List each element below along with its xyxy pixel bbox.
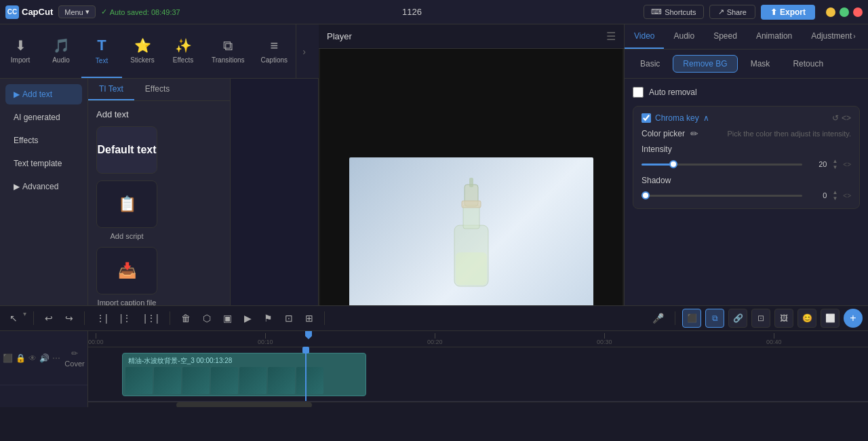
option-default-text[interactable]: Default text [96,126,157,174]
tab-import[interactable]: ⬇ Import [0,24,41,78]
snap-button[interactable]: ⊡ [281,310,297,326]
arrow-icon: ▶ [14,90,20,99]
thumb-4 [211,367,238,394]
timeline-scrollbar[interactable] [88,402,868,407]
timeline-icon-7[interactable]: ⬜ [821,309,840,328]
import-icon: 📥 [118,262,136,280]
tab-captions-label: Captions [261,56,288,64]
tab-effects[interactable]: ✨ Effects [163,24,203,78]
right-tab-speed[interactable]: Speed [704,24,747,49]
timeline-icon-4[interactable]: ⊡ [751,309,770,328]
play-clip-button[interactable]: ▶ [240,310,256,326]
intensity-thumb[interactable] [669,160,677,168]
copy-icon[interactable]: <> [842,113,851,123]
share-button[interactable]: ↗ Share [709,5,755,19]
ruler-mark-40: 00:40 [766,333,782,345]
auto-removal-checkbox[interactable] [633,87,644,98]
undo-button[interactable]: ↩ [41,310,57,326]
shadow-thumb[interactable] [642,191,650,199]
split-button-2[interactable]: |⋮ [116,310,136,326]
tab-text[interactable]: T Text [81,24,122,78]
timeline-icon-3[interactable]: 🔗 [728,309,747,328]
svg-rect-4 [462,201,481,208]
scrollbar-thumb[interactable] [176,402,312,407]
track-eye-icon[interactable]: 👁 [28,353,37,363]
add-script-box[interactable]: 📋 [96,180,157,228]
option-import-caption[interactable]: 📥 Import caption file [96,247,157,307]
select-tool-button[interactable]: ↖ [5,310,22,326]
tab-captions[interactable]: ≡ Captions [253,24,296,78]
main-track-row: 精油-水波纹背景-空_3 00:00:13:28 [88,347,868,402]
import-caption-box[interactable]: 📥 [96,247,157,294]
close-button[interactable] [853,7,863,17]
content-tab-effects[interactable]: Effects [134,79,180,100]
chroma-key-checkbox[interactable] [642,113,651,123]
advanced-arrow-icon: ▶ [14,182,20,191]
timeline-icon-5[interactable]: 🖼 [774,309,793,328]
intensity-track[interactable] [642,164,802,166]
tab-import-label: Import [11,56,30,64]
export-button[interactable]: ⬆ Export [761,5,815,20]
subtab-remove-bg[interactable]: Remove BG [673,55,737,73]
flag-button[interactable]: ⚑ [260,310,277,326]
content-tab-ti-text[interactable]: TI Text [88,79,134,100]
shortcuts-button[interactable]: ⌨ Shortcuts [644,5,703,19]
nav-advanced[interactable]: ▶ Advanced [5,176,82,197]
right-panel-tabs: Video Audio Speed Animation Adjustment› [625,24,868,50]
right-tab-adjustment[interactable]: Adjustment› [802,24,865,49]
split-button-3[interactable]: |⋮| [140,310,162,326]
player-menu-icon[interactable]: ☰ [606,30,616,43]
video-clip[interactable]: 精油-水波纹背景-空_3 00:00:13:28 [122,353,366,396]
crop-button[interactable]: ⊞ [301,310,317,326]
captions-icon: ≡ [270,38,278,54]
tab-expand-button[interactable]: › [296,24,312,78]
select-dropdown-icon[interactable]: ▾ [23,310,26,326]
tab-transitions[interactable]: ⧉ Transitions [203,24,253,78]
intensity-arrows[interactable]: ▲ ▼ [832,158,837,170]
playhead-head [302,347,309,353]
auto-removal-row: Auto removal [633,87,860,98]
subtab-mask[interactable]: Mask [741,55,781,73]
ruler-mark-0: 00:00 [88,333,104,345]
edit-icon[interactable]: ✏ [71,349,78,358]
default-text-box[interactable]: Default text [96,126,157,174]
right-tab-animation[interactable]: Animation [747,24,802,49]
shadow-track[interactable] [642,195,802,197]
menu-button[interactable]: Menu ▾ [58,5,96,18]
nav-text-template[interactable]: Text template [5,153,82,174]
shield-button[interactable]: ⬡ [199,310,215,326]
timeline-add-button[interactable]: + [844,309,863,328]
timeline-icon-2[interactable]: ⧉ [705,309,724,328]
split-button-1[interactable]: ⋮| [92,310,112,326]
track-audio-icon[interactable]: 🔊 [39,353,50,363]
reset-icon[interactable]: ↺ [832,113,839,123]
right-tab-video[interactable]: Video [625,24,664,49]
subtab-retouch[interactable]: Retouch [783,55,833,73]
shadow-value: 0 [808,191,827,199]
subtab-basic[interactable]: Basic [630,55,670,73]
timeline-tracks: 00:00 00:10 00:20 00:30 00:40 [88,331,868,407]
tab-audio[interactable]: 🎵 Audio [41,24,81,78]
track-visibility-icon[interactable]: 🔒 [16,353,26,363]
tab-stickers[interactable]: ⭐ Stickers [122,24,163,78]
cover-edit-group: ✏ Cover [64,349,84,368]
adjustment-expand-icon: › [853,33,855,40]
track-lock-icon[interactable]: ⬛ [3,353,13,363]
text-options-grid: Default text 📋 Add script [96,126,222,307]
redo-button[interactable]: ↪ [61,310,77,326]
shadow-arrows[interactable]: ▲ ▼ [832,189,837,202]
track-more-icon[interactable]: ⋯ [52,353,60,363]
maximize-button[interactable] [840,7,849,17]
timeline-icon-1[interactable]: ⬛ [682,309,701,328]
nav-effects[interactable]: Effects [5,130,82,151]
mic-button[interactable]: 🎤 [648,310,668,326]
timeline-icon-6[interactable]: 😊 [797,309,816,328]
minimize-button[interactable] [826,7,835,17]
color-picker-icon[interactable]: ✏ [690,128,698,139]
delete-button[interactable]: 🗑 [177,310,195,326]
option-add-script[interactable]: 📋 Add script [96,180,157,240]
box-button[interactable]: ▣ [219,310,236,326]
nav-add-text[interactable]: ▶ Add text [5,84,82,104]
right-tab-audio[interactable]: Audio [664,24,704,49]
nav-ai-generated[interactable]: AI generated [5,107,82,128]
